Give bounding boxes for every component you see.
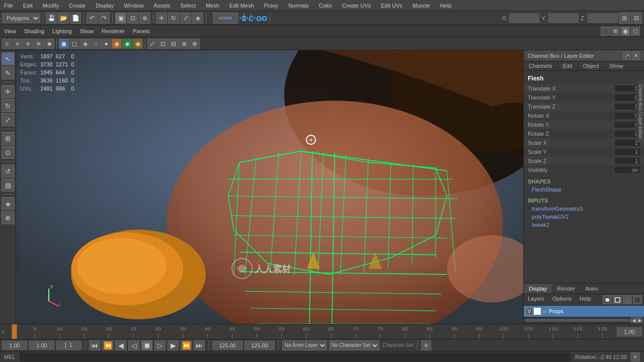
channel-scaley[interactable]: Scale Y 1	[524, 147, 644, 156]
menu-mesh[interactable]: Mesh	[204, 3, 221, 9]
anim-end-input[interactable]	[245, 341, 275, 350]
channel-visibility[interactable]: Visibility on	[524, 165, 644, 174]
menu-proxy[interactable]: Proxy	[262, 3, 280, 9]
anim-layer-dropdown[interactable]: No Anim Layer	[282, 340, 327, 350]
lt-soft[interactable]: ⊙	[2, 146, 15, 159]
vp-menu-panels[interactable]: Panels	[133, 28, 150, 34]
tb2-transform4[interactable]: ⊕	[179, 39, 189, 49]
channel-rotatey[interactable]: Rotate Y 0	[524, 120, 644, 129]
tb2-shade5[interactable]: ●	[101, 39, 111, 49]
scroll-left[interactable]: ◀	[631, 317, 637, 323]
timeline-ruler[interactable]: 5 10 15 20 25 30 35 40 45 50 55 60 65	[10, 324, 615, 339]
tb2-btn2[interactable]: ⊚	[13, 39, 23, 49]
tb2-shade3[interactable]: ◈	[80, 39, 90, 49]
anim-start-input[interactable]	[212, 341, 243, 350]
range-end-input[interactable]	[29, 341, 54, 350]
channel-translatez[interactable]: Translate Z 0	[524, 102, 644, 111]
paint-btn[interactable]: ⊕	[139, 13, 150, 24]
x-field[interactable]	[509, 14, 539, 23]
rotate-btn[interactable]: ↻	[168, 13, 179, 24]
poly-tweak-uv[interactable]: polyTweakUV2	[524, 213, 644, 221]
lt-rotate[interactable]: ↻	[2, 99, 15, 112]
tb2-shade2[interactable]: ◻	[69, 39, 79, 49]
layer-row[interactable]: V ▣ Props	[524, 306, 644, 317]
tb2-color2[interactable]: ◉	[122, 39, 132, 49]
menu-file[interactable]: File	[2, 3, 15, 9]
play-end-btn[interactable]: ⏭	[194, 340, 205, 350]
range-start-input[interactable]	[2, 341, 27, 350]
tab-show[interactable]: Show	[604, 61, 629, 70]
open-btn[interactable]: 📂	[58, 13, 69, 24]
lt-render[interactable]: ◈	[2, 197, 15, 210]
tb2-btn3[interactable]: ⊞	[23, 39, 33, 49]
vp-active-btn[interactable]: ◉	[621, 27, 630, 36]
play-fwd-btn[interactable]: ▷	[154, 340, 166, 350]
manipulator-gizmo[interactable]	[306, 135, 316, 145]
menu-window[interactable]: Window	[122, 3, 145, 9]
channel-translatey[interactable]: Translate Y 0	[524, 93, 644, 102]
tab-edit[interactable]: Edit	[557, 61, 578, 70]
vp-grid-btn[interactable]: ⊞	[611, 27, 620, 36]
char-set-dropdown[interactable]: No Character Set	[329, 340, 379, 350]
panel-close-btn[interactable]: ✕	[632, 52, 640, 60]
lt-history[interactable]: ↺	[2, 164, 15, 177]
tb2-btn1[interactable]: ⊙	[2, 39, 12, 49]
viewport[interactable]: Verts: 1897 627 0 Edges: 3730 1271 0 Fac…	[16, 50, 523, 324]
channel-rotatex[interactable]: Rotate X 0	[524, 111, 644, 120]
undo-btn[interactable]: ↶	[87, 13, 98, 24]
lasso-btn[interactable]: ⊡	[127, 13, 138, 24]
z-field[interactable]	[588, 14, 618, 23]
select-btn[interactable]: ▣	[115, 13, 126, 24]
vp-menu-shading[interactable]: Shading	[24, 28, 44, 34]
layer-scroll[interactable]: ◀ ▶	[524, 317, 644, 324]
save-btn[interactable]: 💾	[46, 13, 57, 24]
mode-dropdown[interactable]: Polygons	[2, 13, 40, 23]
vp-cam-btn[interactable]: 🎥	[601, 27, 610, 36]
tb2-transform5[interactable]: ⊗	[190, 39, 200, 49]
tab-display[interactable]: Display	[524, 284, 552, 294]
bc-extra-btn[interactable]: ≡	[421, 340, 431, 350]
layer-btn1[interactable]: 🔲	[603, 295, 612, 304]
mel-input[interactable]	[20, 352, 572, 361]
tb2-transform1[interactable]: ⤢	[147, 39, 157, 49]
y-field[interactable]	[548, 14, 579, 23]
new-btn[interactable]: 📄	[70, 13, 81, 24]
next-frame-btn[interactable]: ⏩	[181, 340, 192, 350]
subtab-layers[interactable]: Layers	[524, 294, 548, 305]
lt-layer[interactable]: ▤	[2, 178, 15, 192]
layer-btn3[interactable]: ⬚	[623, 295, 632, 304]
lt-snap[interactable]: ⊞	[2, 132, 15, 145]
status-end-btn[interactable]: ≡	[631, 352, 640, 361]
menu-help[interactable]: Help	[438, 3, 454, 9]
tb2-transform2[interactable]: ⊡	[158, 39, 168, 49]
menu-create[interactable]: Create	[67, 3, 88, 9]
lt-scale[interactable]: ⤢	[2, 113, 15, 126]
tab-render[interactable]: Render	[552, 284, 580, 294]
menu-edit[interactable]: Edit	[21, 3, 35, 9]
redo-btn[interactable]: ↷	[99, 13, 110, 24]
tb2-shade4[interactable]: ○	[91, 39, 101, 49]
tb2-color1[interactable]: ◉	[112, 39, 122, 49]
move-btn[interactable]: ✛	[156, 13, 167, 24]
scroll-right[interactable]: ▶	[637, 317, 643, 323]
play-back-btn[interactable]: ◁	[128, 340, 139, 350]
menu-createuvs[interactable]: Create UVs	[340, 3, 373, 9]
menu-color[interactable]: Color	[317, 3, 334, 9]
tab-channels[interactable]: Channels	[524, 61, 557, 70]
menu-display[interactable]: Display	[94, 3, 116, 9]
layer-btn2[interactable]: 🔳	[613, 295, 622, 304]
prev-frame-btn[interactable]: ⏪	[102, 340, 113, 350]
tb2-btn5[interactable]: ▣	[44, 39, 54, 49]
play-start-btn[interactable]: ⏮	[89, 340, 100, 350]
tb2-color3[interactable]: ◉	[133, 39, 143, 49]
subtab-help[interactable]: Help	[576, 294, 595, 305]
tab-object[interactable]: Object	[578, 61, 604, 70]
panel-float-btn[interactable]: ↗	[623, 52, 631, 60]
next-key-btn[interactable]: ▶	[168, 340, 179, 350]
prev-key-btn[interactable]: ◀	[115, 340, 126, 350]
tweak2[interactable]: tweak2	[524, 221, 644, 229]
channel-rotatez[interactable]: Rotate Z 0	[524, 129, 644, 138]
tb2-btn4[interactable]: ⊠	[34, 39, 44, 49]
layer-btn4[interactable]: ⬛	[633, 295, 642, 304]
stop-btn[interactable]: ⏹	[141, 340, 152, 350]
